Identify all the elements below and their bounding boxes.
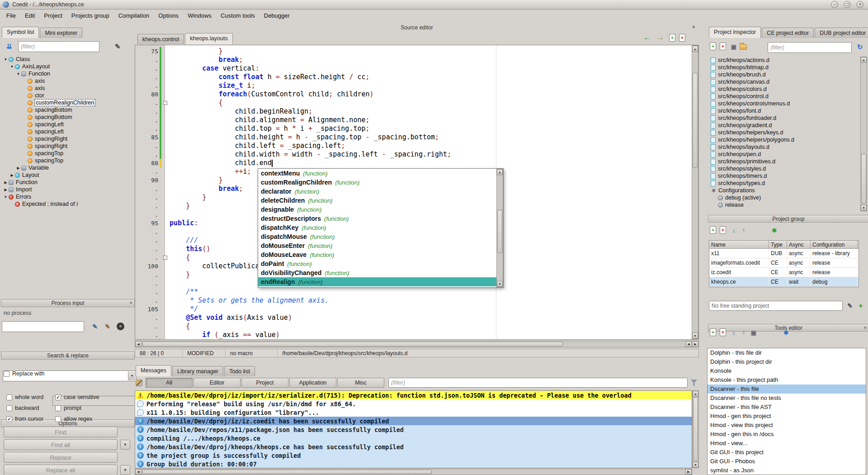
completion-item-declarator[interactable]: declarator(function) [258, 187, 503, 196]
kill-process-icon[interactable]: × [117, 323, 124, 330]
project-tree-item-src-kheops-layouts-d[interactable]: src/kheops/layouts.d [708, 143, 861, 151]
symbol-tree-item-class[interactable]: ▼Class [1, 56, 133, 63]
gutter-line[interactable]: . [135, 150, 165, 159]
menu-project[interactable]: Project [39, 10, 66, 21]
gutter-line[interactable]: . [135, 314, 165, 322]
gutter-line[interactable]: . [135, 245, 165, 253]
editor-vscroll-thumb[interactable] [693, 73, 698, 168]
gutter-line[interactable]: . [135, 73, 165, 81]
symbol-tree-item-spacingleft[interactable]: spacingLeft [1, 128, 133, 135]
scroll-up-icon[interactable]: ▲ [693, 391, 698, 397]
scroll-right-icon[interactable]: ▶ [692, 341, 698, 347]
project-row-x11[interactable]: x11DUBasyncrelease - library [709, 249, 859, 258]
code-line[interactable]: if (_axis == value) [170, 331, 692, 339]
symbol-tree-item-axis[interactable]: axis [1, 77, 133, 85]
tree-expand-icon[interactable]: ▶ [3, 188, 9, 192]
checkbox-backward[interactable] [6, 405, 12, 411]
gutter-line[interactable]: 105 [135, 305, 165, 314]
move-tool-down-icon[interactable]: ↓ [730, 328, 738, 337]
code-line[interactable]: child.beginRealign; [170, 107, 692, 116]
completion-item-designable[interactable]: designable(function) [258, 205, 503, 214]
gutter-line[interactable]: . [135, 202, 165, 210]
project-tree-item-src-kheops-gradient-d[interactable]: src/kheops/gradient.d [708, 122, 861, 129]
gutter-line[interactable]: . [135, 236, 165, 245]
scroll-left-icon[interactable]: ◀ [135, 469, 142, 475]
gutter-line[interactable]: 85 [135, 133, 165, 142]
replace-with-checkbox[interactable] [4, 371, 9, 377]
go-forward-icon[interactable]: → [656, 33, 665, 43]
free-standing-project-field[interactable]: No free standing project [709, 301, 843, 311]
gutter-line[interactable]: . [135, 331, 165, 339]
symbol-tree-item-spacingtop[interactable]: spacingTop [1, 157, 133, 164]
gutter-line[interactable]: 90 [135, 176, 165, 185]
code-line[interactable]: * Sets or gets the alignment axis. [170, 296, 692, 305]
project-filter-input[interactable]: (filter) [768, 42, 852, 53]
tree-expand-icon[interactable]: ▶ [15, 166, 21, 170]
tree-expand-icon[interactable]: ▶ [9, 173, 15, 177]
process-input-field[interactable] [2, 321, 84, 332]
tool-item-dolphin-this-project-dir[interactable]: Dolphin - this project dir [708, 357, 866, 366]
messages-hscrollbar[interactable]: ◀ ▶ [135, 469, 692, 475]
code-line[interactable]: { [170, 322, 692, 331]
tree-expand-icon[interactable]: ▶ [3, 180, 9, 185]
checkbox-case-sensitive[interactable]: ✓ [55, 394, 61, 400]
tool-item-git-gui-this-project[interactable]: Git GUI - this project [708, 448, 866, 457]
project-tree-item-src-kheops-brush-d[interactable]: src/kheops/brush.d [708, 71, 861, 78]
gutter-line[interactable]: 75 [135, 47, 165, 56]
code-line[interactable]: } [170, 47, 692, 56]
gutter-line[interactable]: . [135, 296, 165, 305]
project-tree-item-src-kheops-actions-d[interactable]: src/kheops/actions.d [708, 57, 861, 64]
symbol-tree-item-function[interactable]: ▼Function [1, 70, 133, 77]
refresh-icon[interactable]: ↻ [855, 43, 864, 52]
completion-item-customrealignchildren[interactable]: customRealignChildren(function) [258, 178, 503, 187]
message-row[interactable]: Performing "release" build using /usr/bi… [135, 399, 692, 408]
symbol-tree-item-ctor[interactable]: ctor [1, 92, 133, 99]
code-line[interactable]: child.width = width - _spacing.left - _s… [170, 150, 692, 159]
symbol-tree-item-import[interactable]: ▶Import [1, 186, 133, 193]
move-project-up-icon[interactable]: ↑ [740, 226, 748, 234]
scroll-left-icon[interactable]: ◀ [135, 341, 142, 347]
checkbox-from-cursor[interactable]: ✓ [6, 416, 12, 422]
code-line[interactable]: @Set void axis(Axis value) [170, 314, 692, 322]
tab-todo-list[interactable]: Todo list [224, 366, 255, 376]
fold-icon[interactable]: - [163, 256, 167, 260]
move-project-down-icon[interactable]: ↓ [730, 226, 738, 234]
find-all-options-icon[interactable]: ▼ [120, 440, 130, 450]
project-tree-item-debug-active[interactable]: debug (active) [708, 194, 861, 201]
symbol-tree-item-errors[interactable]: ▼Errors [1, 193, 133, 200]
tool-item-hmod-view-this-project[interactable]: Hmod - view this project [708, 421, 866, 430]
tool-item-dscanner-this-file-ast[interactable]: Dscanner - this file AST [708, 403, 866, 412]
message-row[interactable]: iGroup build duration: 00:00:07 [135, 460, 692, 468]
scroll-right-icon[interactable]: ▶ [685, 469, 692, 475]
symbol-tree-item-spacingtop[interactable]: spacingTop [1, 150, 133, 157]
completion-item-destructdescriptors[interactable]: destructDescriptors(function) [258, 214, 503, 223]
gutter-line[interactable]: . [135, 107, 165, 116]
project-tree-scrollbar[interactable]: ▲ ▼ [860, 57, 867, 211]
gutter-line[interactable]: . [135, 185, 165, 193]
copy-source-icon[interactable]: ▣ [730, 43, 738, 51]
editor-vscrollbar[interactable]: ▲ ▼ [692, 45, 698, 339]
completion-scrollbar[interactable]: ▲ ▼ [496, 169, 503, 287]
project-tree-item-src-kheops-font-d[interactable]: src/kheops/font.d [708, 107, 861, 114]
checkbox-allow-regex[interactable] [55, 416, 61, 422]
code-line[interactable]: child.alignment = Alignment.none; [170, 116, 692, 124]
message-row[interactable]: i/home/basile/Dev/dproj/iz/iz.coedit has… [135, 417, 692, 425]
symbol-tree-item-layout[interactable]: ▶Layout [1, 171, 133, 179]
replace-all-options-icon[interactable]: ▼ [120, 465, 130, 475]
gutter-line[interactable]: .- [135, 99, 165, 107]
tree-expand-icon[interactable]: ▼ [3, 195, 9, 199]
editor-hscroll-thumb[interactable] [142, 342, 563, 347]
code-line[interactable]: */ [170, 305, 692, 314]
completion-item-dopaint[interactable]: doPaint(function) [258, 259, 503, 268]
tab-ce-project-editor[interactable]: CE project editor [762, 28, 814, 38]
gutter-line[interactable]: . [135, 271, 165, 279]
menu-custom-tools[interactable]: Custom tools [216, 10, 259, 21]
add-free-standing-icon[interactable]: + [856, 301, 865, 310]
close-document-icon[interactable]: × [679, 34, 685, 42]
completion-item-domouseleave[interactable]: doMouseLeave(function) [258, 250, 503, 259]
remove-project-icon[interactable]: × [720, 226, 726, 234]
send-input-icon[interactable]: ✎ [90, 322, 99, 331]
tab-library-manager[interactable]: Library manager [172, 366, 223, 376]
completion-item-deletechildren[interactable]: deleteChildren(function) [258, 196, 503, 205]
project-tree-item-src-kheops-control-d[interactable]: src/kheops/control.d [708, 93, 861, 100]
